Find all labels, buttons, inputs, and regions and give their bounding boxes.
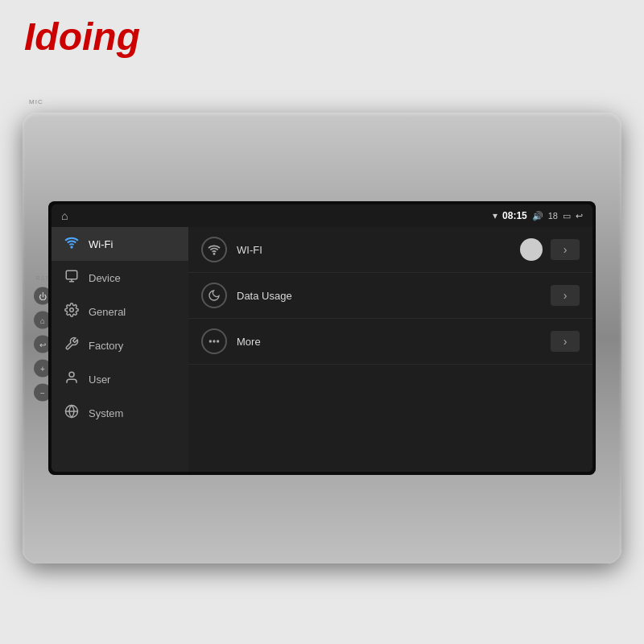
sidebar-item-wifi[interactable]: Wi-Fi <box>52 227 188 261</box>
wifi-chevron[interactable]: › <box>551 239 580 260</box>
data-usage-row[interactable]: Data Usage › <box>188 273 592 319</box>
svg-point-5 <box>69 372 74 377</box>
volume-level: 18 <box>548 211 558 221</box>
mic-label: MIC <box>29 98 43 105</box>
more-icon <box>201 328 227 354</box>
sidebar-item-user[interactable]: User <box>52 362 188 396</box>
sidebar-item-system[interactable]: System <box>52 396 188 430</box>
wifi-icon <box>63 235 80 253</box>
sidebar-label-factory: Factory <box>89 340 123 352</box>
wifi-row-label: WI-FI <box>237 244 520 256</box>
right-panel: WI-FI › Data Usage › <box>188 227 592 472</box>
sidebar-label-device: Device <box>89 272 121 284</box>
data-usage-chevron[interactable]: › <box>551 285 580 306</box>
more-chevron[interactable]: › <box>551 331 580 352</box>
status-time: 08:15 <box>502 210 527 221</box>
svg-point-9 <box>209 341 211 342</box>
status-bar-right: ▾ 08:15 🔊 18 ▭ ↩ <box>493 210 583 221</box>
data-usage-icon <box>201 283 227 308</box>
svg-point-4 <box>70 308 74 312</box>
sidebar-label-wifi: Wi-Fi <box>89 238 113 250</box>
wifi-toggle[interactable] <box>520 238 543 261</box>
gear-icon <box>63 303 80 320</box>
svg-point-10 <box>213 341 215 342</box>
home-status-icon: ⌂ <box>61 209 68 222</box>
globe-icon <box>63 404 80 422</box>
status-bar: ⌂ ▾ 08:15 🔊 18 ▭ ↩ <box>52 204 592 227</box>
sidebar-label-system: System <box>89 407 123 419</box>
svg-point-11 <box>217 341 219 342</box>
sidebar: Wi-Fi Device <box>52 227 188 472</box>
sidebar-label-user: User <box>89 374 110 386</box>
svg-rect-1 <box>66 270 77 279</box>
brand-logo: Idoing <box>24 14 140 59</box>
wrench-icon <box>63 336 80 354</box>
status-bar-left: ⌂ <box>61 209 68 222</box>
sidebar-item-factory[interactable]: Factory <box>52 328 188 362</box>
data-usage-label: Data Usage <box>237 290 551 302</box>
battery-status-icon: ▭ <box>563 211 571 221</box>
sidebar-item-general[interactable]: General <box>52 295 188 328</box>
svg-point-0 <box>71 246 72 248</box>
car-unit: MIC RST ⏻ ⌂ ↩ + − ⌂ ▾ 08:15 🔊 18 ▭ ↩ <box>23 113 621 564</box>
device-icon <box>63 269 80 287</box>
more-label: More <box>237 336 551 348</box>
more-row[interactable]: More › <box>188 319 592 365</box>
wifi-row[interactable]: WI-FI › <box>188 227 592 273</box>
back-status-icon: ↩ <box>576 211 583 221</box>
wifi-row-icon <box>201 237 227 262</box>
volume-status-icon: 🔊 <box>532 211 543 221</box>
android-screen: ⌂ ▾ 08:15 🔊 18 ▭ ↩ <box>52 204 592 472</box>
wifi-status-icon: ▾ <box>493 210 497 221</box>
sidebar-label-general: General <box>89 306 126 318</box>
screen-bezel: ⌂ ▾ 08:15 🔊 18 ▭ ↩ <box>48 201 596 475</box>
main-content: Wi-Fi Device <box>52 227 592 472</box>
user-icon <box>63 370 80 388</box>
svg-point-8 <box>213 254 214 254</box>
sidebar-item-device[interactable]: Device <box>52 261 188 295</box>
